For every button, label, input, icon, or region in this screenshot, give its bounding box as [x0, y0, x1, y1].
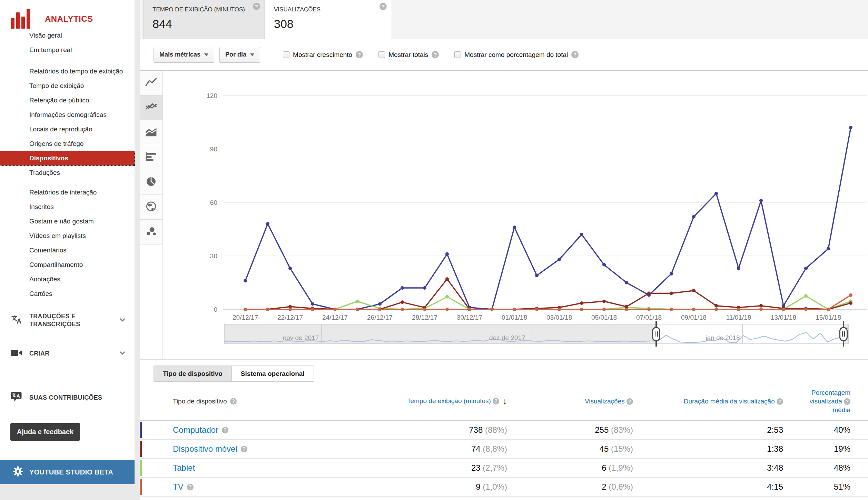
help-icon[interactable]: ?	[432, 51, 439, 58]
data-point[interactable]	[468, 308, 471, 311]
sidebar-item-tempo-de-exibicao[interactable]: Tempo de exibição	[0, 79, 135, 93]
data-point[interactable]	[535, 308, 539, 311]
data-point[interactable]	[782, 308, 785, 311]
data-point[interactable]	[558, 308, 561, 311]
data-point[interactable]	[804, 267, 808, 270]
data-point[interactable]	[356, 300, 359, 303]
data-point[interactable]	[244, 279, 247, 282]
data-point[interactable]	[692, 289, 696, 292]
tab-sistema-operacional[interactable]: Sistema operacional	[232, 366, 314, 382]
data-point[interactable]	[692, 215, 696, 218]
row-checkbox[interactable]	[158, 446, 158, 452]
help-icon[interactable]: ?	[379, 3, 387, 10]
data-point[interactable]	[513, 226, 516, 229]
data-point[interactable]	[714, 304, 718, 308]
data-point[interactable]	[647, 292, 651, 295]
data-point[interactable]	[737, 308, 740, 311]
column-header-views[interactable]: Visualizações	[585, 398, 625, 405]
help-icon[interactable]: ?	[222, 427, 228, 433]
drag-grip-icon[interactable]	[839, 327, 848, 341]
sidebar-item-gostam-e-nao-gostam[interactable]: Gostam e não gostam	[0, 214, 135, 229]
help-icon[interactable]: ?	[230, 398, 237, 404]
data-point[interactable]	[288, 267, 292, 270]
rail-item-bar-chart[interactable]	[140, 145, 162, 170]
sidebar-item-visao-geral[interactable]: Visão geral	[0, 28, 135, 43]
data-point[interactable]	[849, 301, 852, 305]
data-point[interactable]	[266, 308, 269, 311]
rail-item-pie-chart[interactable]	[140, 170, 162, 195]
data-point[interactable]	[288, 308, 292, 311]
device-link-tv[interactable]: TV?	[173, 482, 333, 492]
sidebar-item-anotacoes[interactable]: Anotações	[0, 272, 135, 287]
data-point[interactable]	[625, 308, 628, 311]
help-icon[interactable]: ?	[844, 398, 850, 405]
timeline-scrubber[interactable]: nov de 2017dez de 2017jan de 2018	[224, 324, 849, 344]
tab-tipo-de-dispositivo[interactable]: Tipo de dispositivo	[154, 366, 232, 382]
data-point[interactable]	[737, 267, 740, 270]
checkbox-mostrar-totais[interactable]	[378, 51, 385, 58]
sidebar-item-relatorios-do-tempo-de-exibicao[interactable]: Relatórios do tempo de exibição	[0, 64, 135, 79]
sidebar-item-comentarios[interactable]: Comentários	[0, 243, 135, 258]
sidebar-item-locais-de-reproducao[interactable]: Locais de reprodução	[0, 122, 135, 137]
data-point[interactable]	[692, 308, 696, 311]
data-point[interactable]	[333, 308, 337, 311]
sidebar-item-videos-em-playlists[interactable]: Vídeos em playlists	[0, 229, 135, 243]
rail-item-multi-line-chart[interactable]	[140, 96, 162, 120]
data-point[interactable]	[670, 272, 673, 276]
sidebar-item-traducoes[interactable]: Traduções	[0, 166, 135, 180]
sidebar-item-informacoes-demograficas[interactable]: Informações demográficas	[0, 108, 135, 122]
device-link-computador[interactable]: Computador?	[173, 425, 333, 435]
help-icon[interactable]: ?	[253, 3, 260, 10]
data-point[interactable]	[445, 252, 449, 256]
data-point[interactable]	[244, 308, 247, 311]
drag-grip-icon[interactable]	[652, 327, 660, 341]
checkbox-mostrar-como-porcentagem-do-total[interactable]	[454, 51, 461, 58]
scrubber-handle-right[interactable]	[843, 321, 844, 347]
data-point[interactable]	[266, 222, 269, 226]
help-feedback-button[interactable]: Ajuda e feedback	[10, 423, 80, 441]
data-point[interactable]	[580, 301, 583, 305]
sidebar-section-criar[interactable]: CRIAR	[0, 344, 135, 363]
data-point[interactable]	[602, 300, 606, 303]
sidebar-section-traducoes-e-transcricoes[interactable]: TRADUÇÕES E TRANSCRIÇÕES	[0, 310, 135, 331]
data-point[interactable]	[378, 302, 382, 306]
checkbox-mostrar-crescimento[interactable]	[283, 51, 289, 58]
sidebar-item-origens-de-trafego[interactable]: Origens de tráfego	[0, 137, 135, 151]
data-point[interactable]	[580, 233, 583, 236]
column-header-watch-time[interactable]: Tempo de exibição (minutos)	[407, 397, 491, 404]
data-point[interactable]	[356, 308, 359, 311]
rail-item-geo-chart[interactable]	[140, 195, 162, 220]
youtube-studio-beta-banner[interactable]: YOUTUBE STUDIO BETA	[0, 460, 135, 484]
data-point[interactable]	[827, 308, 830, 311]
sidebar-item-inscritos[interactable]: Inscritos	[0, 200, 135, 214]
select-all-checkbox[interactable]	[158, 397, 158, 405]
data-point[interactable]	[827, 247, 830, 250]
data-point[interactable]	[804, 308, 808, 311]
data-point[interactable]	[401, 300, 404, 304]
data-point[interactable]	[714, 308, 718, 311]
scrubber-handle-left[interactable]	[655, 321, 657, 347]
data-point[interactable]	[670, 292, 673, 295]
data-point[interactable]	[423, 286, 426, 290]
sidebar-section-suas-contribuicoes[interactable]: SUAS CONTRIBUIÇÕES	[0, 388, 135, 407]
sidebar-item-cartoes[interactable]: Cartões	[0, 287, 135, 301]
rail-item-line-chart[interactable]	[140, 71, 162, 96]
data-point[interactable]	[759, 304, 763, 308]
column-header-avg-duration[interactable]: Duração média da visualização	[684, 398, 775, 405]
row-checkbox[interactable]	[158, 464, 158, 471]
row-checkbox[interactable]	[158, 483, 158, 490]
device-link-dispositivo-movel[interactable]: Dispositivo móvel?	[173, 444, 333, 454]
analytics-logo[interactable]: ANALYTICS	[11, 9, 93, 29]
data-point[interactable]	[535, 274, 539, 277]
data-point[interactable]	[490, 308, 494, 311]
help-icon[interactable]: ?	[241, 446, 247, 452]
data-point[interactable]	[759, 308, 763, 311]
help-icon[interactable]: ?	[187, 484, 194, 490]
data-point[interactable]	[602, 263, 606, 267]
device-link-tablet[interactable]: Tablet	[173, 463, 333, 473]
sidebar-item-compartilhamento[interactable]: Compartilhamento	[0, 258, 135, 272]
data-point[interactable]	[670, 308, 673, 311]
more-metrics-dropdown[interactable]: Mais métricas	[154, 47, 214, 63]
data-point[interactable]	[311, 308, 314, 311]
help-icon[interactable]: ?	[627, 398, 633, 405]
